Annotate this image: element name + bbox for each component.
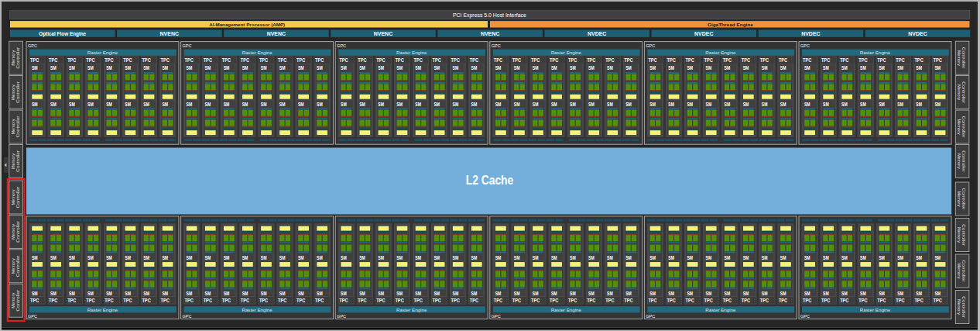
svg-text:NVENC: NVENC <box>481 31 500 36</box>
svg-text:NVENC: NVENC <box>267 31 286 36</box>
svg-text:NVDEC: NVDEC <box>908 31 927 36</box>
svg-text:NVDEC: NVDEC <box>588 31 607 36</box>
svg-text:PCI Express 5.0 Host Interface: PCI Express 5.0 Host Interface <box>453 12 526 19</box>
svg-text:NVDEC: NVDEC <box>694 31 714 36</box>
svg-text:Optical Flow Engine: Optical Flow Engine <box>39 31 86 37</box>
svg-text:AI-Management Processor (AMP): AI-Management Processor (AMP) <box>209 22 285 27</box>
svg-text:NVENC: NVENC <box>160 31 180 36</box>
svg-text:GigaThread Engine: GigaThread Engine <box>708 22 754 27</box>
svg-text:NVDEC: NVDEC <box>801 31 821 36</box>
svg-text:NVENC: NVENC <box>374 31 393 36</box>
svg-text:L2 Cache: L2 Cache <box>466 174 513 187</box>
